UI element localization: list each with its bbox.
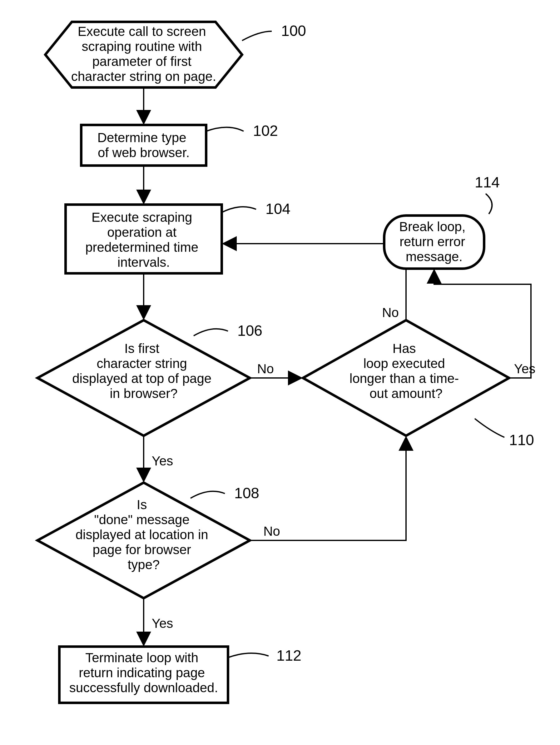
node-104: Execute scraping operation at predetermi… xyxy=(66,200,291,273)
node-100: Execute call to screen scraping routine … xyxy=(45,22,306,88)
edge-106-no: No xyxy=(257,361,274,376)
edge-108-no: No xyxy=(263,524,280,539)
edge-106-yes: Yes xyxy=(152,454,173,468)
node-106-label: 106 xyxy=(237,322,262,339)
node-110: Has loop executed longer than a time- ou… xyxy=(303,320,534,448)
node-102-label: 102 xyxy=(253,123,278,139)
edge-108-yes: Yes xyxy=(152,616,173,631)
node-100-label: 100 xyxy=(281,23,306,39)
flowchart: Execute call to screen scraping routine … xyxy=(0,0,560,745)
edge-110-no: No xyxy=(382,305,399,320)
node-102-text: Determine type of web browser. xyxy=(97,130,190,160)
node-114-text: Break loop, return error message. xyxy=(399,219,469,264)
node-100-text: Execute call to screen scraping routine … xyxy=(71,24,217,84)
edge-110-yes: Yes xyxy=(514,361,536,376)
node-106: Is first character string displayed at t… xyxy=(37,320,262,436)
node-114: Break loop, return error message. 114 xyxy=(384,174,500,269)
node-108-label: 108 xyxy=(234,485,259,501)
node-110-label: 110 xyxy=(509,432,534,448)
node-112-text: Terminate loop with return indicating pa… xyxy=(69,650,218,695)
node-108: Is "done" message displayed at location … xyxy=(37,483,259,598)
node-112: Terminate loop with return indicating pa… xyxy=(59,647,301,703)
node-102: Determine type of web browser. 102 xyxy=(81,123,278,166)
node-114-label: 114 xyxy=(475,174,500,191)
node-104-label: 104 xyxy=(265,200,291,217)
node-112-label: 112 xyxy=(276,647,301,664)
